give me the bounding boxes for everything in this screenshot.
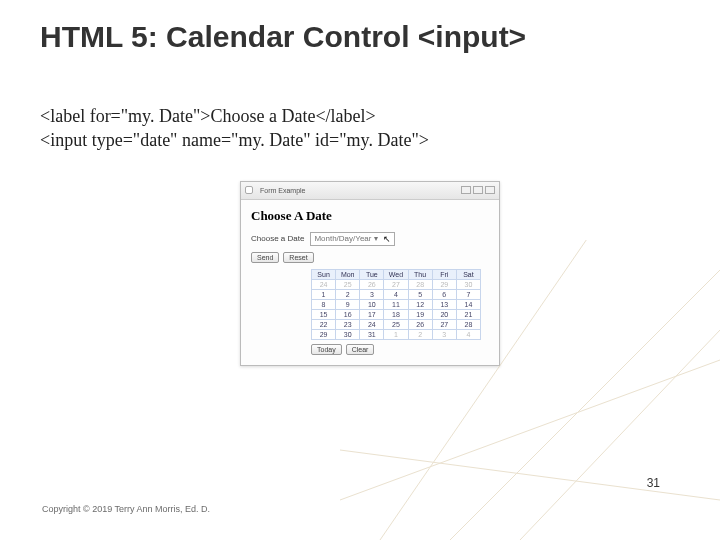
calendar-cell[interactable]: 3	[360, 289, 384, 299]
calendar-cell[interactable]: 1	[384, 329, 408, 339]
day-header: Sun	[312, 269, 336, 279]
calendar-cell[interactable]: 7	[456, 289, 480, 299]
calendar-cell[interactable]: 27	[384, 279, 408, 289]
calendar-cell[interactable]: 27	[432, 319, 456, 329]
calendar-row: 1 2 3 4 5 6 7	[312, 289, 481, 299]
cursor-icon: ↖	[383, 234, 391, 244]
calendar-cell[interactable]: 10	[360, 299, 384, 309]
calendar-cell[interactable]: 31	[360, 329, 384, 339]
calendar-cell[interactable]: 8	[312, 299, 336, 309]
form-row: Choose a Date Month/Day/Year ▾ ↖	[251, 232, 489, 246]
code-line-2: <input type="date" name="my. Date" id="m…	[40, 128, 690, 152]
calendar-cell[interactable]: 15	[312, 309, 336, 319]
calendar-footer: Today Clear	[311, 344, 489, 355]
window-controls	[461, 186, 495, 194]
calendar-cell[interactable]: 28	[456, 319, 480, 329]
calendar-cell[interactable]: 29	[432, 279, 456, 289]
calendar-row: 8 9 10 11 12 13 14	[312, 299, 481, 309]
today-button[interactable]: Today	[311, 344, 342, 355]
calendar-popup[interactable]: Sun Mon Tue Wed Thu Fri Sat 24 25 26 27	[311, 269, 481, 340]
calendar-cell[interactable]: 2	[336, 289, 360, 299]
day-header: Sat	[456, 269, 480, 279]
code-example: <label for="my. Date">Choose a Date</lab…	[40, 104, 690, 153]
day-header: Tue	[360, 269, 384, 279]
calendar-cell[interactable]: 6	[432, 289, 456, 299]
calendar-cell[interactable]: 20	[432, 309, 456, 319]
day-header: Mon	[336, 269, 360, 279]
page-heading: Choose A Date	[251, 208, 489, 224]
minimize-icon	[461, 186, 471, 194]
calendar-cell[interactable]: 24	[360, 319, 384, 329]
calendar-row: 24 25 26 27 28 29 30	[312, 279, 481, 289]
maximize-icon	[473, 186, 483, 194]
calendar-cell[interactable]: 17	[360, 309, 384, 319]
svg-line-2	[340, 360, 720, 500]
calendar-cell[interactable]: 19	[408, 309, 432, 319]
code-line-1: <label for="my. Date">Choose a Date</lab…	[40, 104, 690, 128]
calendar-cell[interactable]: 3	[432, 329, 456, 339]
calendar-cell[interactable]: 12	[408, 299, 432, 309]
calendar-cell[interactable]: 30	[336, 329, 360, 339]
calendar-cell[interactable]: 24	[312, 279, 336, 289]
calendar-cell[interactable]: 1	[312, 289, 336, 299]
calendar-body: 24 25 26 27 28 29 30 1 2 3 4 5 6	[312, 279, 481, 339]
svg-line-4	[520, 330, 720, 540]
calendar-cell[interactable]: 21	[456, 309, 480, 319]
calendar-cell[interactable]: 26	[360, 279, 384, 289]
calendar-header-row: Sun Mon Tue Wed Thu Fri Sat	[312, 269, 481, 279]
calendar-cell[interactable]: 29	[312, 329, 336, 339]
copyright-text: Copyright © 2019 Terry Ann Morris, Ed. D…	[42, 504, 210, 514]
browser-tab-label: Form Example	[256, 187, 310, 194]
calendar-cell[interactable]: 30	[456, 279, 480, 289]
calendar-cell[interactable]: 9	[336, 299, 360, 309]
calendar-cell[interactable]: 13	[432, 299, 456, 309]
calendar-cell[interactable]: 2	[408, 329, 432, 339]
date-label: Choose a Date	[251, 234, 304, 243]
calendar-cell[interactable]: 28	[408, 279, 432, 289]
calendar-cell[interactable]: 4	[384, 289, 408, 299]
calendar-cell[interactable]: 14	[456, 299, 480, 309]
calendar-cell[interactable]: 23	[336, 319, 360, 329]
calendar-row: 22 23 24 25 26 27 28	[312, 319, 481, 329]
clear-button[interactable]: Clear	[346, 344, 375, 355]
calendar-cell[interactable]: 11	[384, 299, 408, 309]
calendar-cell[interactable]: 4	[456, 329, 480, 339]
calendar-cell[interactable]: 25	[384, 319, 408, 329]
calendar-cell[interactable]: 25	[336, 279, 360, 289]
browser-titlebar: Form Example	[241, 182, 499, 200]
form-buttons: Send Reset	[251, 252, 489, 263]
page-number: 31	[647, 476, 660, 490]
slide-title: HTML 5: Calendar Control <input>	[40, 20, 690, 54]
day-header: Fri	[432, 269, 456, 279]
svg-line-3	[340, 450, 720, 500]
calendar-cell[interactable]: 18	[384, 309, 408, 319]
day-header: Wed	[384, 269, 408, 279]
browser-back-icon	[245, 186, 253, 194]
calendar-row: 29 30 31 1 2 3 4	[312, 329, 481, 339]
calendar-cell[interactable]: 16	[336, 309, 360, 319]
submit-button[interactable]: Send	[251, 252, 279, 263]
close-icon	[485, 186, 495, 194]
calendar-cell[interactable]: 5	[408, 289, 432, 299]
calendar-stepper-icon[interactable]: ▾	[374, 234, 378, 243]
date-placeholder: Month/Day/Year	[314, 234, 371, 243]
page-body: Choose A Date Choose a Date Month/Day/Ye…	[241, 200, 499, 365]
slide: HTML 5: Calendar Control <input> <label …	[0, 0, 720, 540]
browser-screenshot: Form Example Choose A Date Choose a Date…	[240, 181, 500, 366]
calendar-cell[interactable]: 22	[312, 319, 336, 329]
calendar-cell[interactable]: 26	[408, 319, 432, 329]
calendar-row: 15 16 17 18 19 20 21	[312, 309, 481, 319]
reset-button[interactable]: Reset	[283, 252, 313, 263]
date-input[interactable]: Month/Day/Year ▾ ↖	[310, 232, 395, 246]
day-header: Thu	[408, 269, 432, 279]
